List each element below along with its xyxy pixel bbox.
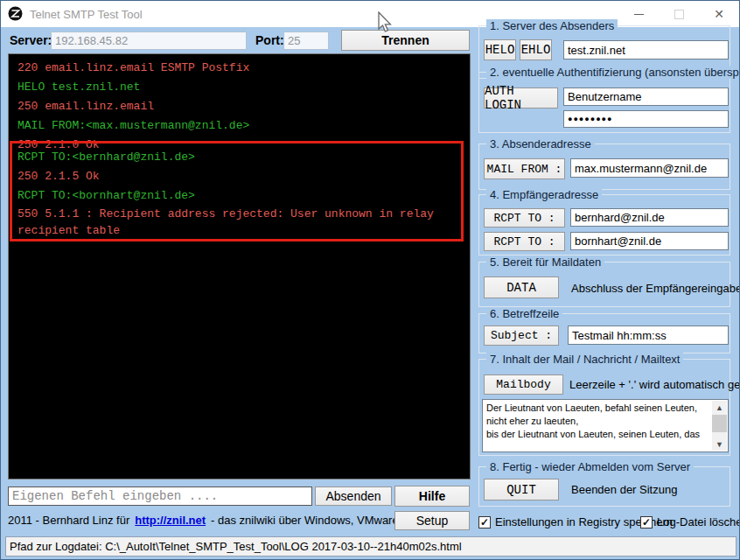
terminal-line: 220 email.linz.email ESMTP Postfix bbox=[17, 59, 463, 78]
help-button[interactable]: Hilfe bbox=[394, 486, 470, 507]
credit-line: 2011 - Bernhard Linz fürhttp://znil.net-… bbox=[8, 514, 450, 527]
app-window: Telnet SMTP Test Tool ✕ Server: 192.168.… bbox=[0, 0, 740, 560]
terminal-log: 220 email.linz.email ESMTP PostfixHELO t… bbox=[8, 53, 471, 480]
quit-hint: Beenden der Sitzung bbox=[571, 483, 677, 496]
app-icon bbox=[8, 6, 23, 21]
terminal-lines: 220 email.linz.email ESMTP PostfixHELO t… bbox=[17, 59, 463, 155]
terminal-line: MAIL FROM:<max.mustermann@znil.de> bbox=[17, 116, 463, 136]
znil-link[interactable]: http://znil.net bbox=[135, 514, 206, 527]
maximize-icon bbox=[674, 10, 684, 19]
status-bar: Pfad zur Logdatei: C:\_AutoIt\Telnet_SMT… bbox=[5, 536, 737, 556]
subject-button[interactable]: Subject : bbox=[484, 326, 559, 346]
recipient1-input[interactable]: bernhard@znil.de bbox=[570, 208, 729, 227]
minimize-icon bbox=[634, 14, 644, 15]
group5-title: 5. Bereit für Maildaten bbox=[486, 256, 604, 269]
checkbox-checked-icon: ✓ bbox=[640, 516, 653, 528]
data-hint: Abschluss der Empfängereingabe bbox=[571, 282, 740, 295]
checkbox-checked-icon: ✓ bbox=[478, 516, 491, 528]
mailbody-text: Der Lieutnant von Laeuten, befahl seinen… bbox=[486, 402, 710, 441]
group1-title: 1. Server des Absenders bbox=[486, 19, 618, 32]
close-icon: ✕ bbox=[714, 8, 724, 20]
group2-title: 2. eventuelle Authentifizierung (ansonst… bbox=[486, 66, 740, 79]
command-input[interactable]: Eigenen Befehl eingeben .... bbox=[8, 486, 312, 506]
maximize-button bbox=[659, 1, 699, 27]
password-input[interactable]: ●●●●●●●● bbox=[563, 110, 729, 128]
title-bar: Telnet SMTP Test Tool ✕ bbox=[1, 1, 739, 27]
scroll-down-icon[interactable]: ▼ bbox=[712, 438, 727, 451]
auth-login-button[interactable]: AUTH LOGIN bbox=[484, 88, 558, 108]
rcpt-to-button-2[interactable]: RCPT TO : bbox=[484, 232, 565, 251]
mail-from-input[interactable]: max.mustermann@znil.de bbox=[570, 158, 729, 178]
scrollbar-thumb[interactable] bbox=[712, 415, 727, 432]
scroll-up-icon[interactable]: ▲ bbox=[712, 401, 727, 414]
setup-button[interactable]: Setup bbox=[394, 511, 470, 530]
minimize-button[interactable] bbox=[618, 1, 659, 27]
group4-title: 4. Empfängeradresse bbox=[486, 188, 602, 201]
checkbox-logfile[interactable]: ✓ Log-Datei löschen bbox=[640, 515, 740, 528]
window-title: Telnet SMTP Test Tool bbox=[30, 8, 143, 21]
ehlo-button[interactable]: EHLO bbox=[520, 39, 552, 60]
disconnect-button[interactable]: Trennen bbox=[341, 30, 470, 51]
server-input: 192.168.45.82 bbox=[51, 32, 247, 50]
helo-server-input[interactable]: test.znil.net bbox=[563, 40, 729, 60]
mailbody-textarea[interactable]: Der Lieutnant von Laeuten, befahl seinen… bbox=[482, 399, 729, 452]
send-button[interactable]: Absenden bbox=[315, 486, 392, 506]
subject-input[interactable]: Testmail hh:mm:ss bbox=[568, 326, 729, 345]
group7-title: 7. Inhalt der Mail / Nachricht / Mailtex… bbox=[486, 353, 683, 366]
group6-title: 6. Betreffzeile bbox=[486, 307, 562, 320]
mailbody-scrollbar[interactable]: ▲ ▼ bbox=[712, 401, 727, 451]
terminal-line: RCPT TO:<bernhard@znil.de> bbox=[17, 148, 456, 167]
mailbody-hint: Leerzeile + '.' wird automatisch gesetzt bbox=[569, 378, 740, 391]
port-label: Port: bbox=[255, 33, 284, 47]
terminal-line: 250 email.linz.email bbox=[17, 97, 463, 116]
terminal-line: 550 5.1.1 : Recipient address rejected: … bbox=[17, 206, 456, 239]
quit-button[interactable]: QUIT bbox=[484, 479, 559, 500]
port-input: 25 bbox=[283, 32, 329, 50]
data-button[interactable]: DATA bbox=[484, 276, 559, 298]
server-label: Server: bbox=[10, 33, 52, 47]
mail-from-button[interactable]: MAIL FROM : bbox=[484, 158, 565, 179]
terminal-lines-highlighted: RCPT TO:<bernhard@znil.de>250 2.1.5 OkRC… bbox=[17, 148, 456, 239]
mailbody-button[interactable]: Mailbody bbox=[484, 374, 563, 395]
close-button[interactable]: ✕ bbox=[699, 1, 739, 27]
credit-prefix: 2011 - Bernhard Linz für bbox=[8, 514, 129, 527]
group3-title: 3. Absenderadresse bbox=[486, 137, 595, 150]
terminal-line: 250 2.1.5 Ok bbox=[17, 167, 456, 186]
helo-button[interactable]: HELO bbox=[484, 39, 516, 60]
rcpt-to-button-1[interactable]: RCPT TO : bbox=[484, 208, 565, 228]
group8-title: 8. Fertig - wieder Abmelden vom Server bbox=[486, 460, 694, 473]
terminal-line: HELO test.znil.net bbox=[17, 78, 463, 97]
recipient2-input[interactable]: bornhart@znil.de bbox=[570, 232, 729, 250]
checkbox-logfile-label: Log-Datei löschen bbox=[657, 515, 740, 528]
terminal-line: RCPT TO:<bornhart@znil.de> bbox=[17, 186, 456, 206]
username-input[interactable]: Benutzername bbox=[563, 88, 729, 106]
